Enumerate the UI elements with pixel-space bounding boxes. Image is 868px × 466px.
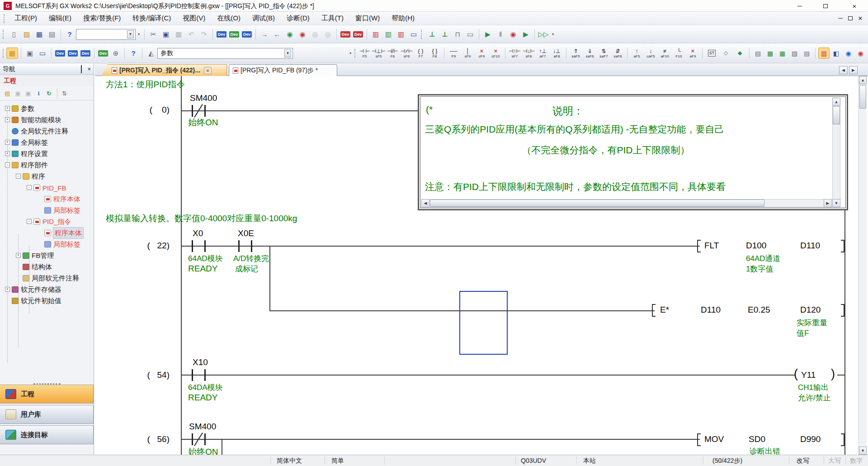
delete-vertical-line-icon[interactable]: ×cF10 (489, 45, 502, 62)
help-icon[interactable]: ? (64, 29, 75, 40)
tree-expand-box[interactable]: + (5, 287, 10, 292)
mdi-close-button[interactable]: × (855, 14, 865, 23)
pulse-conversion-icon[interactable]: ⊓ (452, 29, 463, 40)
tree-expand-box[interactable]: + (5, 140, 10, 145)
menu-edit[interactable]: 编辑(E) (43, 12, 77, 24)
tree-item-program-body[interactable]: 程序本体 (53, 194, 80, 204)
window-split-icon[interactable]: ◧ (830, 48, 842, 59)
tree-item-parameter[interactable]: 参数 (21, 103, 34, 114)
closed-contact-icon[interactable]: ⊣/⊢F6 (386, 45, 399, 62)
device-batch-icon[interactable]: Dev (97, 48, 109, 59)
device-monitor-icon[interactable]: Dev (228, 29, 240, 40)
device-comment-icon[interactable]: Dev (216, 29, 227, 40)
module-configuration-icon[interactable]: ▣ (24, 48, 36, 59)
device-display-off-icon[interactable]: Dev (352, 29, 364, 40)
redo-icon[interactable]: ↷ (198, 29, 210, 40)
inline-st-icon[interactable]: ST (705, 45, 718, 62)
quick-find-combobox[interactable]: ▼ (76, 29, 136, 40)
editor-vscroll-thumb[interactable] (859, 85, 866, 109)
paste-icon[interactable]: ▩ (173, 29, 184, 40)
copy-item-icon[interactable]: ▣ (13, 89, 23, 98)
tab-pid-instruction[interactable]: [PRG]写入 PID_指令 (422)... × (101, 64, 227, 76)
find-binoculars-icon[interactable]: ◭ (145, 48, 157, 59)
horizontal-line-icon[interactable]: ──F9 (447, 45, 460, 62)
toolbar-overflow-chevron[interactable]: ▾ (347, 48, 354, 59)
menu-online[interactable]: 在线(O) (211, 12, 246, 24)
tree-expand-box[interactable]: - (16, 174, 21, 179)
read-from-plc-icon[interactable]: ← (271, 29, 283, 40)
menu-window[interactable]: 窗口(W) (349, 12, 386, 24)
tree-expand-box[interactable]: - (27, 185, 32, 190)
new-item-icon[interactable]: ▤ (3, 89, 12, 98)
menu-help[interactable]: 帮助(H) (386, 12, 420, 24)
new-project-icon[interactable]: ▯ (8, 29, 20, 40)
menu-compile[interactable]: 转换/编译(C) (127, 12, 177, 24)
note-hscroll-thumb[interactable] (430, 200, 764, 207)
menu-project[interactable]: 工程(P) (9, 12, 43, 24)
user-library-button[interactable]: 用户库 (0, 405, 94, 424)
zoom-out-icon[interactable]: ◉ (855, 48, 866, 59)
rising-pulse-close-icon[interactable]: ⇑saF5 (569, 45, 582, 62)
undo-icon[interactable]: ↶ (185, 29, 197, 40)
note-display-icon[interactable]: ▧ (789, 48, 800, 59)
toolbar-grip[interactable] (4, 14, 6, 23)
tree-item-program-setting[interactable]: 程序设置 (21, 148, 48, 159)
tree-item-intelligent-module[interactable]: 智能功能模块 (21, 114, 61, 125)
combobox-dropdown-icon[interactable]: ▼ (127, 30, 134, 38)
verify-monitor-icon[interactable]: ▷▷ (538, 29, 549, 40)
tree-item-structure[interactable]: 结构体 (32, 262, 52, 272)
delete-line-icon[interactable]: ×aF9 (686, 45, 699, 62)
tab-close-icon[interactable]: × (204, 67, 212, 74)
tree-item-device-initial-value[interactable]: 软元件初始值 (21, 295, 61, 306)
menu-find-replace[interactable]: 搜索/替换(F) (77, 12, 127, 24)
menu-tool[interactable]: 工具(T) (316, 12, 349, 24)
crosshair-icon[interactable]: ⊕ (110, 48, 122, 59)
statement-icon[interactable]: ▭ (464, 29, 476, 40)
tree-item-pid-fb[interactable]: PID_FB (42, 182, 66, 193)
tree-expand-box[interactable]: + (16, 253, 21, 258)
rising-pulse-icon[interactable]: ⊣↑⊢sF7 (508, 45, 521, 62)
tree-item-global-label[interactable]: 全局标签 (21, 137, 48, 148)
device-display-toggle-icon[interactable]: ▤ (801, 48, 812, 59)
statement-display-icon[interactable]: ▦ (777, 48, 788, 59)
tree-item-local-label[interactable]: 局部标签 (53, 239, 80, 250)
scroll-down-icon[interactable]: ▼ (832, 199, 840, 207)
vertical-line-icon[interactable]: │sF9 (461, 45, 474, 62)
property-icon[interactable]: i (34, 89, 43, 98)
program-verify-icon[interactable]: ◉ (297, 29, 308, 40)
pin-icon[interactable] (81, 66, 82, 73)
device-statement-display-icon[interactable]: Dev (67, 48, 79, 59)
falling-pulse-close-icon[interactable]: ⇓saF6 (583, 45, 596, 62)
open-project-icon[interactable]: ▨ (21, 29, 33, 40)
paste-item-icon[interactable]: ▣ (24, 89, 33, 98)
tab-pid-fb[interactable]: [PRG]写入 PID_FB (97)步 * (229, 64, 337, 76)
parallel-falling-pulse-icon[interactable]: ↓⊥aF8 (550, 45, 563, 62)
scroll-left-icon[interactable]: ◀ (421, 199, 429, 207)
scroll-up-icon[interactable]: ▲ (859, 76, 867, 84)
connection-destination-button[interactable]: 连接目标 (0, 425, 94, 444)
menu-view[interactable]: 视图(V) (177, 12, 211, 24)
display-format-icon[interactable]: ▤ (752, 48, 764, 59)
ladder-editor[interactable]: 方法1：使用PID指令 ( 0) SM400 始终ON (* 说明： 三菱Q系列… (95, 76, 857, 455)
device-comment-display-icon[interactable]: Dev (54, 48, 66, 59)
tree-item-device-memory[interactable]: 软元件存储器 (21, 284, 61, 295)
minimize-button[interactable] (789, 0, 810, 12)
project-view-button[interactable]: 工程 (0, 385, 94, 404)
push-line-icon[interactable]: └F10 (672, 45, 685, 62)
edit-ladder-block2-icon[interactable]: ◆ (733, 45, 746, 62)
maximize-button[interactable] (815, 0, 836, 12)
device-note-display-icon[interactable]: Dev (80, 48, 91, 59)
pulse-op-rising-icon[interactable]: ↑aF5 (630, 45, 643, 62)
navigation-window-toggle[interactable]: ▦ (6, 48, 18, 59)
ladder-read-icon[interactable]: ▥ (382, 29, 394, 40)
tree-item-pid-instruction[interactable]: PID_指令 (42, 216, 71, 227)
monitor-mode-icon[interactable]: ◉ (507, 29, 519, 40)
toolbar-grip[interactable] (3, 30, 5, 39)
monitor-write-icon[interactable]: ▶ (520, 29, 532, 40)
write-to-plc-icon[interactable]: → (259, 29, 270, 40)
insert-row-icon[interactable]: ⊥ (426, 29, 438, 40)
editor-vscrollbar[interactable]: ▲ ▼ (859, 76, 867, 455)
parallel-closed-contact-icon[interactable]: ⊣⌿⊢sF6 (400, 45, 413, 62)
toolbar-overflow-chevron[interactable]: ▾ (136, 29, 142, 40)
tree-item-pou[interactable]: 程序部件 (21, 160, 48, 171)
